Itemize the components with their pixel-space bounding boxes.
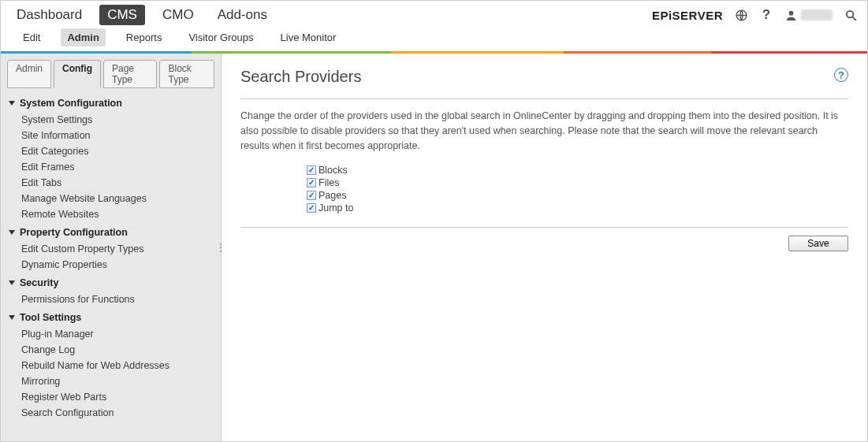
section-title: Property Configuration	[20, 227, 128, 238]
tab-block-type[interactable]: Block Type	[159, 60, 214, 88]
divider	[240, 98, 848, 99]
provider-row-files[interactable]: ✓ Files	[307, 176, 848, 189]
sidebar-item-edit-tabs[interactable]: Edit Tabs	[21, 175, 214, 191]
section-header-system-configuration[interactable]: System Configuration	[7, 95, 214, 112]
sidebar-tree: System Configuration System Settings Sit…	[4, 93, 218, 425]
provider-label: Pages	[319, 190, 346, 201]
top-nav: Dashboard CMS CMO Add-ons	[10, 4, 274, 26]
checkbox-files[interactable]: ✓	[307, 178, 316, 188]
sidebar-item-rebuild-name-for-web-addresses[interactable]: Rebuild Name for Web Addresses	[21, 358, 214, 373]
provider-list: ✓ Blocks ✓ Files ✓ Pages ✓ Jump to	[307, 164, 848, 214]
svg-line-3	[852, 17, 855, 20]
brand-logo: EPiSERVER	[652, 9, 723, 22]
subnav-admin[interactable]: Admin	[61, 28, 105, 46]
provider-row-jump-to[interactable]: ✓ Jump to	[307, 202, 848, 214]
provider-label: Jump to	[319, 202, 353, 214]
page-header: Search Providers ?	[240, 68, 848, 94]
sidebar-item-edit-custom-property-types[interactable]: Edit Custom Property Types	[21, 241, 214, 257]
provider-label: Files	[319, 177, 339, 188]
topnav-addons[interactable]: Add-ons	[211, 4, 274, 26]
topnav-cms[interactable]: CMS	[99, 5, 145, 25]
topnav-dashboard[interactable]: Dashboard	[10, 4, 88, 26]
section-title: Security	[20, 277, 58, 288]
chevron-down-icon	[9, 101, 15, 106]
section-property-configuration: Property Configuration Edit Custom Prope…	[7, 224, 214, 273]
save-button[interactable]: Save	[788, 236, 848, 251]
main-content: Search Providers ? Change the order of t…	[222, 54, 867, 441]
section-tool-settings: Tool Settings Plug-in Manager Change Log…	[7, 309, 214, 421]
sidebar-item-permissions-for-functions[interactable]: Permissions for Functions	[21, 292, 214, 307]
subnav-visitor-groups[interactable]: Visitor Groups	[182, 28, 259, 46]
provider-label: Blocks	[319, 165, 348, 176]
body: Admin Config Page Type Block Type System…	[1, 54, 867, 441]
chevron-down-icon	[9, 315, 15, 320]
page-title: Search Providers	[240, 68, 361, 86]
section-header-tool-settings[interactable]: Tool Settings	[7, 309, 214, 326]
sidebar-item-search-configuration[interactable]: Search Configuration	[21, 405, 214, 421]
tab-config[interactable]: Config	[54, 60, 101, 88]
section-security: Security Permissions for Functions	[7, 274, 214, 307]
subnav-reports[interactable]: Reports	[120, 28, 169, 46]
sidebar-item-register-web-parts[interactable]: Register Web Parts	[21, 389, 214, 405]
sidebar: Admin Config Page Type Block Type System…	[1, 54, 222, 441]
subnav-live-monitor[interactable]: Live Monitor	[274, 28, 343, 46]
sidebar-item-plugin-manager[interactable]: Plug-in Manager	[21, 326, 214, 342]
sidebar-item-manage-website-languages[interactable]: Manage Website Languages	[21, 191, 214, 206]
section-header-security[interactable]: Security	[7, 274, 214, 292]
sub-nav: Edit Admin Reports Visitor Groups Live M…	[1, 29, 867, 51]
sidebar-item-dynamic-properties[interactable]: Dynamic Properties	[21, 257, 214, 273]
user-menu[interactable]	[784, 9, 833, 22]
checkbox-blocks[interactable]: ✓	[307, 165, 316, 175]
tab-page-type[interactable]: Page Type	[103, 60, 157, 88]
help-icon[interactable]: ?	[759, 8, 773, 22]
sidebar-item-remote-websites[interactable]: Remote Websites	[21, 206, 214, 222]
sidebar-item-system-settings[interactable]: System Settings	[21, 112, 214, 128]
user-name	[801, 9, 833, 20]
provider-row-blocks[interactable]: ✓ Blocks	[307, 164, 848, 176]
search-icon[interactable]	[844, 8, 858, 22]
sidebar-item-change-log[interactable]: Change Log	[21, 342, 214, 358]
topnav-cmo[interactable]: CMO	[156, 4, 200, 26]
chevron-down-icon	[9, 280, 15, 285]
action-bar: Save	[240, 227, 848, 251]
section-title: System Configuration	[20, 98, 122, 109]
page-description: Change the order of the providers used i…	[240, 109, 848, 153]
context-help-icon[interactable]: ?	[834, 68, 848, 82]
svg-point-2	[846, 10, 853, 17]
chevron-down-icon	[9, 230, 15, 235]
globe-icon[interactable]	[734, 8, 748, 22]
provider-row-pages[interactable]: ✓ Pages	[307, 189, 848, 202]
checkbox-jump-to[interactable]: ✓	[307, 203, 316, 213]
tab-admin[interactable]: Admin	[7, 60, 51, 88]
top-bar: Dashboard CMS CMO Add-ons EPiSERVER ?	[1, 1, 867, 29]
sidebar-item-edit-categories[interactable]: Edit Categories	[21, 143, 214, 159]
section-title: Tool Settings	[20, 312, 81, 323]
section-header-property-configuration[interactable]: Property Configuration	[7, 224, 214, 241]
svg-point-1	[789, 10, 794, 15]
section-system-configuration: System Configuration System Settings Sit…	[7, 95, 214, 222]
sidebar-item-mirroring[interactable]: Mirroring	[21, 373, 214, 389]
top-actions: EPiSERVER ?	[652, 8, 858, 22]
sidebar-tabs: Admin Config Page Type Block Type	[4, 58, 218, 88]
subnav-edit[interactable]: Edit	[17, 28, 47, 46]
user-icon	[784, 9, 798, 22]
sidebar-item-edit-frames[interactable]: Edit Frames	[21, 159, 214, 175]
checkbox-pages[interactable]: ✓	[307, 191, 316, 200]
sidebar-item-site-information[interactable]: Site Information	[21, 128, 214, 143]
